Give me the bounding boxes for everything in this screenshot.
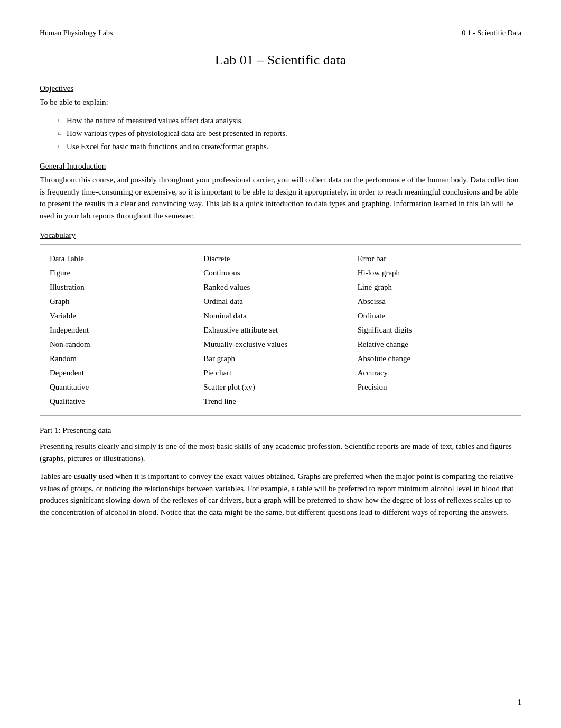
part1-heading: Part 1: Presenting data bbox=[40, 426, 521, 435]
list-item: How the nature of measured values affect… bbox=[58, 115, 521, 127]
list-item: How various types of physiological data … bbox=[58, 127, 521, 140]
vocab-term: Illustration bbox=[50, 281, 203, 293]
vocab-term: Nominal data bbox=[203, 309, 357, 322]
general-intro-text: Throughout this course, and possibly thr… bbox=[40, 174, 521, 222]
objectives-section: Objectives To be able to explain: How th… bbox=[40, 84, 521, 152]
vocabulary-heading: Vocabulary bbox=[40, 231, 521, 240]
vocab-term: Abscissa bbox=[358, 295, 511, 308]
page: Human Physiology Labs 0 1 - Scientific D… bbox=[0, 0, 561, 728]
vocab-term: Discrete bbox=[203, 252, 357, 265]
vocab-term: Significant digits bbox=[358, 324, 511, 336]
vocab-term: Random bbox=[50, 352, 203, 365]
general-intro-heading: General Introduction bbox=[40, 162, 521, 171]
part1-para2: Tables are usually used when it is impor… bbox=[40, 471, 521, 518]
vocab-column-2: DiscreteContinuousRanked valuesOrdinal d… bbox=[203, 252, 357, 408]
vocabulary-box: Data TableFigureIllustrationGraphVariabl… bbox=[40, 244, 521, 416]
vocab-term: Variable bbox=[50, 309, 203, 322]
part1-section: Part 1: Presenting data Presenting resul… bbox=[40, 426, 521, 518]
page-number: 1 bbox=[518, 698, 521, 706]
part1-para1: Presenting results clearly and simply is… bbox=[40, 440, 521, 464]
vocab-term: Precision bbox=[358, 381, 511, 393]
objectives-heading: Objectives bbox=[40, 84, 521, 93]
vocab-term: Exhaustive attribute set bbox=[203, 324, 357, 336]
vocab-term: Ordinate bbox=[358, 309, 511, 322]
vocab-column-3: Error barHi-low graphLine graphAbscissaO… bbox=[358, 252, 511, 408]
vocab-term: Continuous bbox=[203, 266, 357, 279]
vocab-term: Trend line bbox=[203, 395, 357, 408]
vocab-term: Absolute change bbox=[358, 352, 511, 365]
vocab-term: Quantitative bbox=[50, 381, 203, 393]
vocab-term: Error bar bbox=[358, 252, 511, 265]
vocab-term: Pie chart bbox=[203, 366, 357, 379]
header-left: Human Physiology Labs bbox=[40, 29, 113, 38]
vocab-term: Graph bbox=[50, 295, 203, 308]
vocab-term: Figure bbox=[50, 266, 203, 279]
vocab-term: Bar graph bbox=[203, 352, 357, 365]
vocab-column-1: Data TableFigureIllustrationGraphVariabl… bbox=[50, 252, 203, 408]
vocab-term: Scatter plot (xy) bbox=[203, 381, 357, 393]
vocab-term: Ordinal data bbox=[203, 295, 357, 308]
vocab-term: Accuracy bbox=[358, 366, 511, 379]
header-right: 0 1 - Scientific Data bbox=[462, 29, 521, 38]
objectives-list: How the nature of measured values affect… bbox=[40, 115, 521, 153]
vocabulary-section: Vocabulary Data TableFigureIllustrationG… bbox=[40, 231, 521, 416]
vocab-term: Relative change bbox=[358, 338, 511, 351]
page-title: Lab 01 – Scientific data bbox=[40, 52, 521, 68]
vocab-term: Line graph bbox=[358, 281, 511, 293]
vocab-term: Qualitative bbox=[50, 395, 203, 408]
vocab-term: Ranked values bbox=[203, 281, 357, 293]
page-header: Human Physiology Labs 0 1 - Scientific D… bbox=[40, 29, 521, 38]
list-item: Use Excel for basic math functions and t… bbox=[58, 141, 521, 153]
vocab-term: Dependent bbox=[50, 366, 203, 379]
vocab-term: Hi-low graph bbox=[358, 266, 511, 279]
vocab-term: Non-random bbox=[50, 338, 203, 351]
page-footer: 1 bbox=[518, 698, 521, 707]
objectives-intro: To be able to explain: bbox=[40, 96, 521, 108]
vocab-term: Data Table bbox=[50, 252, 203, 265]
general-intro-section: General Introduction Throughout this cou… bbox=[40, 162, 521, 222]
vocab-term: Independent bbox=[50, 324, 203, 336]
vocab-term: Mutually-exclusive values bbox=[203, 338, 357, 351]
